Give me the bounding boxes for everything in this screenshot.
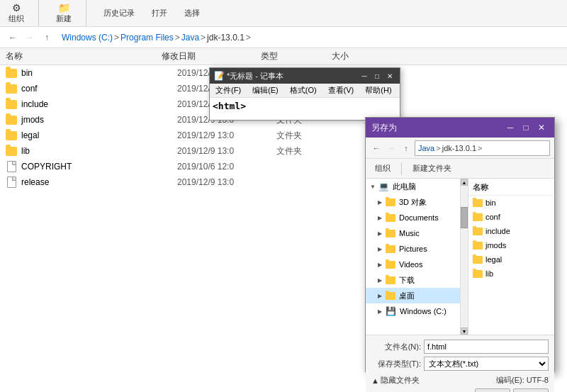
dialog-tree-item[interactable]: ▶Pictures xyxy=(366,241,460,257)
hidden-folder-label: 隐藏文件夹 xyxy=(381,375,420,386)
dialog-tree-item[interactable]: ▶💾Windows (C:) xyxy=(366,303,460,319)
notepad-menu-help[interactable]: 帮助(H) xyxy=(362,84,394,97)
dialog-tree-item[interactable]: ▶桌面 xyxy=(366,288,460,303)
notepad-close-btn[interactable]: ✕ xyxy=(384,71,395,81)
dialog-organize-btn[interactable]: 组织 xyxy=(370,161,395,176)
back-button[interactable]: ← xyxy=(6,30,20,45)
tree-expander[interactable]: ▶ xyxy=(376,213,384,222)
dialog-toolbar: 组织 新建文件夹 xyxy=(366,159,554,179)
dialog-back-btn[interactable]: ← xyxy=(370,142,383,155)
notepad-maximize-btn[interactable]: □ xyxy=(371,71,383,81)
dialog-file-row[interactable]: include xyxy=(468,224,554,238)
breadcrumb-item-3[interactable]: Java xyxy=(181,33,199,43)
filename-input[interactable] xyxy=(424,340,549,354)
dialog-forward-btn[interactable]: → xyxy=(385,142,398,155)
file-name: COPYRIGHT xyxy=(21,162,177,172)
up-button[interactable]: ↑ xyxy=(40,30,54,45)
scroll-down-arrow[interactable]: ▼ xyxy=(461,327,468,335)
dialog-tree-item[interactable]: ▶Music xyxy=(366,225,460,241)
dialog-file-row[interactable]: conf xyxy=(468,210,554,224)
dialog-folder-icon xyxy=(473,199,483,207)
dialog-tree-item[interactable]: ▶Documents xyxy=(366,210,460,225)
tree-expander[interactable]: ▶ xyxy=(376,245,384,253)
dialog-tree-item[interactable]: ▶3D 对象 xyxy=(366,194,460,210)
tree-expander[interactable]: ▶ xyxy=(376,260,384,269)
notepad-menu-format[interactable]: 格式(O) xyxy=(287,84,320,97)
notepad-icon: 📝 xyxy=(214,71,224,81)
dialog-file-row[interactable]: bin xyxy=(468,196,554,210)
notepad-content[interactable]: <html> xyxy=(210,98,400,114)
file-date: 2019/10/6 12:0 xyxy=(177,162,276,172)
dialog-folder-icon xyxy=(473,270,483,278)
forward-button[interactable]: → xyxy=(23,30,37,45)
notepad-title-text: *无标题 - 记事本 xyxy=(227,71,284,82)
dialog-file-row[interactable]: jmods xyxy=(468,238,554,252)
dialog-tree-item[interactable]: ▼💻此电脑 xyxy=(366,179,460,194)
drive-icon: 💾 xyxy=(386,306,396,316)
col-header-date[interactable]: 修改日期 xyxy=(162,50,261,62)
file-icon xyxy=(7,177,16,188)
notepad-window-controls: ─ □ ✕ xyxy=(359,71,395,81)
dialog-bc-java[interactable]: Java xyxy=(418,144,434,152)
breadcrumb-item-1[interactable]: Windows (C:) xyxy=(62,33,113,43)
file-name: conf xyxy=(21,84,177,94)
tree-expander[interactable]: ▶ xyxy=(376,291,384,300)
dialog-close-btn[interactable]: ✕ xyxy=(534,121,549,134)
tree-folder-icon xyxy=(386,230,395,237)
scroll-thumb[interactable] xyxy=(461,207,468,228)
toolbar-open-section: 历史记录 打开 选择 xyxy=(101,0,214,26)
folder-icon xyxy=(6,100,17,109)
breadcrumb-item-2[interactable]: Program Files xyxy=(120,33,174,43)
dialog-title: 另存为 xyxy=(371,122,397,134)
file-name: lib xyxy=(21,146,177,156)
file-type: 文件夹 xyxy=(276,145,347,157)
dialog-bc-jdk: jdk-13.0.1 xyxy=(442,144,476,152)
cancel-button[interactable]: 取消 xyxy=(513,388,549,392)
dialog-minimize-btn[interactable]: ─ xyxy=(503,121,517,134)
notepad-window: 📝 *无标题 - 记事本 ─ □ ✕ 文件(F) 编辑(E) 格式(O) 查看(… xyxy=(209,67,400,121)
tree-label: 下载 xyxy=(399,275,415,286)
dialog-file-name: legal xyxy=(485,255,502,264)
dialog-right-header: 名称 xyxy=(468,180,554,196)
dialog-new-folder-btn[interactable]: 新建文件夹 xyxy=(408,161,456,176)
file-date: 2019/12/9 13:0 xyxy=(177,177,276,187)
filename-label: 文件名(N): xyxy=(371,342,421,352)
dialog-left-scrollbar[interactable]: ▲ ▼ xyxy=(461,179,468,335)
notepad-menu-file[interactable]: 文件(F) xyxy=(213,84,244,97)
hidden-folder-toggle[interactable]: ▲ 隐藏文件夹 xyxy=(371,375,420,386)
dialog-tree-item[interactable]: ▶下载 xyxy=(366,272,460,288)
select-button[interactable]: 选择 xyxy=(181,6,203,20)
organize-button[interactable]: ⚙ 组织 xyxy=(6,1,27,26)
dialog-maximize-btn[interactable]: □ xyxy=(519,121,533,134)
dialog-file-row[interactable]: legal xyxy=(468,252,554,267)
tree-expander[interactable]: ▶ xyxy=(376,229,384,237)
new-folder-button[interactable]: 📁 新建 xyxy=(53,1,74,26)
scroll-up-arrow[interactable]: ▲ xyxy=(461,179,468,186)
save-button[interactable]: 保存 xyxy=(475,388,510,392)
tree-label: 此电脑 xyxy=(393,181,416,192)
dialog-tree-item[interactable]: ▶Videos xyxy=(366,257,460,272)
breadcrumb[interactable]: Windows (C:) > Program Files > Java > jd… xyxy=(57,29,561,46)
tree-expander[interactable]: ▶ xyxy=(376,276,384,284)
col-header-size[interactable]: 大小 xyxy=(332,50,388,62)
tree-expander[interactable]: ▼ xyxy=(369,182,377,191)
notepad-minimize-btn[interactable]: ─ xyxy=(359,71,370,81)
dialog-file-row[interactable]: lib xyxy=(468,267,554,281)
notepad-menu-edit[interactable]: 编辑(E) xyxy=(249,84,281,97)
col-header-type[interactable]: 类型 xyxy=(261,50,332,62)
open-button[interactable]: 打开 xyxy=(149,6,170,20)
dialog-breadcrumb[interactable]: Java > jdk-13.0.1 > xyxy=(415,140,550,156)
notepad-menu-view[interactable]: 查看(V) xyxy=(325,84,357,97)
dialog-file-name: bin xyxy=(485,198,496,207)
filetype-select[interactable]: 文本文档(*.txt) xyxy=(424,357,549,371)
tree-expander[interactable]: ▶ xyxy=(376,198,384,206)
file-name: bin xyxy=(21,68,177,78)
new-folder-label: 新建 xyxy=(56,13,72,24)
history-button[interactable]: 历史记录 xyxy=(101,6,137,20)
dialog-up-btn[interactable]: ↑ xyxy=(400,142,412,155)
folder-icon xyxy=(6,131,17,140)
breadcrumb-sep-3: > xyxy=(201,33,206,43)
col-header-name[interactable]: 名称 xyxy=(6,50,162,62)
tree-expander[interactable]: ▶ xyxy=(376,307,384,315)
folder-icon xyxy=(6,116,17,125)
